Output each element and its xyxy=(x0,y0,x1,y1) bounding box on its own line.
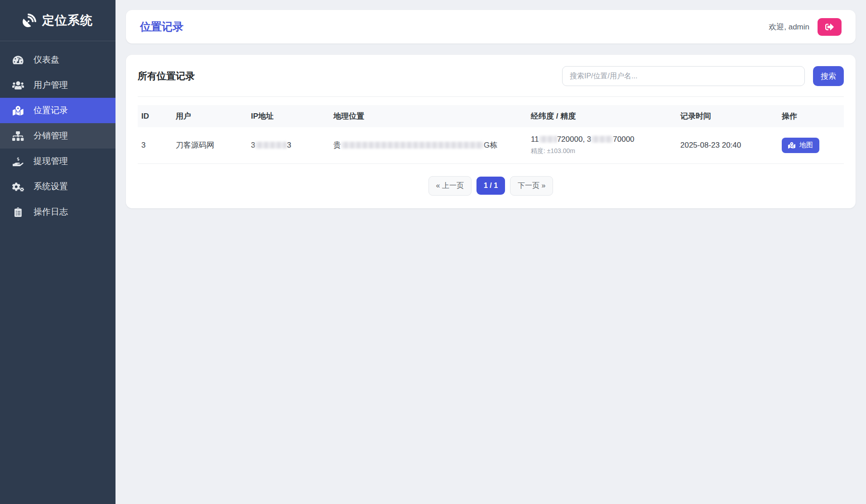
table-row: 3 刀客源码网 33 贵G栋 11720000, 370000 精度: ±103… xyxy=(138,127,844,163)
cell-location: 贵G栋 xyxy=(330,127,527,163)
table-divider xyxy=(138,96,844,97)
users-icon xyxy=(12,81,24,90)
coord-p3: 70000 xyxy=(613,135,634,144)
location-end: G栋 xyxy=(484,141,497,149)
map-button-label: 地图 xyxy=(799,141,813,149)
coord-p1: 11 xyxy=(531,135,539,144)
sidebar: 定位系统 仪表盘 用户管理 位置记录 分销管理 提现管理 xyxy=(0,0,115,504)
app-window: 定位系统 仪表盘 用户管理 位置记录 分销管理 提现管理 xyxy=(0,0,866,504)
sitemap-icon xyxy=(12,131,24,141)
sidebar-item-users[interactable]: 用户管理 xyxy=(0,72,115,98)
cell-coords: 11720000, 370000 精度: ±103.00m xyxy=(527,127,677,163)
page-title: 位置记录 xyxy=(140,19,183,34)
next-page-button[interactable]: 下一页 » xyxy=(510,176,553,196)
censored-blur xyxy=(591,136,613,143)
sidebar-item-label: 操作日志 xyxy=(34,206,68,218)
censored-blur xyxy=(255,142,287,149)
prev-page-button[interactable]: « 上一页 xyxy=(428,176,471,196)
tachometer-icon xyxy=(12,55,24,65)
logout-button[interactable] xyxy=(818,18,842,36)
hand-holding-usd-icon xyxy=(12,157,24,166)
ip-end: 3 xyxy=(287,141,291,149)
pagination: « 上一页 1 / 1 下一页 » xyxy=(138,176,844,196)
clipboard-list-icon xyxy=(12,207,24,217)
col-header-id: ID xyxy=(138,105,172,127)
col-header-coords: 经纬度 / 精度 xyxy=(527,105,677,127)
sidebar-item-withdrawals[interactable]: 提现管理 xyxy=(0,149,115,174)
sidebar-item-label: 位置记录 xyxy=(34,105,68,116)
sidebar-item-label: 系统设置 xyxy=(34,181,68,192)
sidebar-item-label: 提现管理 xyxy=(34,155,68,167)
censored-blur xyxy=(341,142,484,149)
cogs-icon xyxy=(12,182,24,192)
table-header-row: ID 用户 IP地址 地理位置 经纬度 / 精度 记录时间 操作 xyxy=(138,105,844,127)
sidebar-item-label: 用户管理 xyxy=(34,79,68,91)
col-header-user: 用户 xyxy=(172,105,247,127)
sidebar-item-label: 分销管理 xyxy=(34,130,68,142)
search-input[interactable] xyxy=(562,66,805,86)
page-header: 位置记录 欢迎, admin xyxy=(126,10,856,43)
cell-time: 2025-08-23 20:40 xyxy=(677,127,778,163)
card-title: 所有位置记录 xyxy=(138,70,195,82)
location-start: 贵 xyxy=(333,141,341,149)
coord-p2: 720000, 3 xyxy=(557,135,592,144)
header-right: 欢迎, admin xyxy=(769,18,842,36)
censored-blur xyxy=(539,136,557,143)
cell-user: 刀客源码网 xyxy=(172,127,247,163)
sidebar-item-dashboard[interactable]: 仪表盘 xyxy=(0,47,115,72)
map-button[interactable]: 地图 xyxy=(782,138,819,153)
app-logo: 定位系统 xyxy=(0,0,115,41)
col-header-actions: 操作 xyxy=(778,105,844,127)
sidebar-item-label: 仪表盘 xyxy=(34,54,59,66)
sidebar-item-distribution[interactable]: 分销管理 xyxy=(0,123,115,149)
records-card: 所有位置记录 搜索 ID 用户 IP地址 地理位置 xyxy=(126,55,856,208)
sidebar-item-logs[interactable]: 操作日志 xyxy=(0,199,115,225)
satellite-dish-icon xyxy=(23,14,36,27)
sidebar-item-settings[interactable]: 系统设置 xyxy=(0,174,115,199)
cell-ip: 33 xyxy=(247,127,330,163)
cell-actions: 地图 xyxy=(778,127,844,163)
map-marked-icon xyxy=(788,142,795,149)
sign-out-icon xyxy=(825,23,834,31)
col-header-time: 记录时间 xyxy=(677,105,778,127)
cell-id: 3 xyxy=(138,127,172,163)
current-page-indicator: 1 / 1 xyxy=(476,177,505,195)
app-title: 定位系统 xyxy=(42,12,93,29)
accuracy-text: 精度: ±103.00m xyxy=(531,147,673,155)
coords-line: 11720000, 370000 xyxy=(531,135,673,144)
col-header-ip: IP地址 xyxy=(247,105,330,127)
search-button[interactable]: 搜索 xyxy=(813,66,844,86)
main-area: 位置记录 欢迎, admin 所有位置记录 搜索 xyxy=(115,0,866,504)
sidebar-item-location-records[interactable]: 位置记录 xyxy=(0,98,115,123)
ip-start: 3 xyxy=(251,141,255,149)
card-head: 所有位置记录 搜索 xyxy=(138,66,844,86)
records-table: ID 用户 IP地址 地理位置 经纬度 / 精度 记录时间 操作 3 刀客源码网… xyxy=(138,105,844,164)
welcome-text: 欢迎, admin xyxy=(769,22,809,32)
map-marked-icon xyxy=(12,106,24,115)
search-group: 搜索 xyxy=(562,66,844,86)
col-header-location: 地理位置 xyxy=(330,105,527,127)
sidebar-menu: 仪表盘 用户管理 位置记录 分销管理 提现管理 系统设置 xyxy=(0,41,115,225)
